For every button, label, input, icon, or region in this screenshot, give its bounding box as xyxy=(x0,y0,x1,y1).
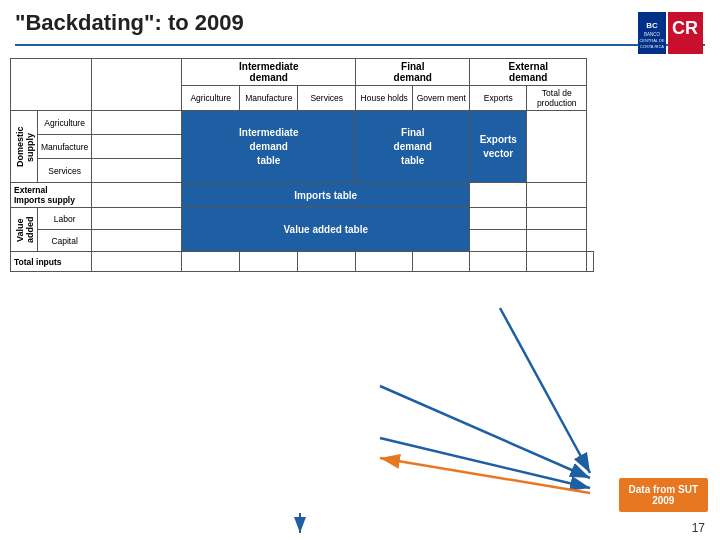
subheader-exports: Exports xyxy=(470,86,527,111)
row-group-domestic: Domesticsupply xyxy=(11,111,38,183)
subheader-total-de: Total de production xyxy=(527,86,587,111)
row-label-capital: Capital xyxy=(38,230,92,252)
svg-text:COSTA RICA: COSTA RICA xyxy=(640,44,664,49)
exports-vector: Exportsvector xyxy=(470,111,527,183)
subheader-govern: Govern ment xyxy=(413,86,470,111)
logo: BC BANCO CENTRAL DE COSTA RICA CR xyxy=(635,10,705,55)
subheader-house: House holds xyxy=(356,86,413,111)
svg-text:CR: CR xyxy=(672,18,698,38)
row-label-manufacture: Manufacture xyxy=(38,135,92,159)
subheader-services: Services xyxy=(298,86,356,111)
header-final: Finaldemand xyxy=(356,59,470,86)
total-de-cell xyxy=(527,111,587,183)
svg-line-10 xyxy=(380,438,590,488)
main-grid: Intermediatedemand Finaldemand Externald… xyxy=(10,58,710,272)
final-demand-table: Finaldemandtable xyxy=(356,111,470,183)
row-total-inputs: Total inputs xyxy=(11,252,92,272)
subheader-manufacture: Manufacture xyxy=(240,86,298,111)
row-label-labor: Labor xyxy=(38,208,92,230)
sut-box: Data from SUT 2009 xyxy=(619,478,708,512)
svg-text:CENTRAL DE: CENTRAL DE xyxy=(639,38,665,43)
row-group-external: ExternalImports supply xyxy=(11,183,92,208)
svg-text:BANCO: BANCO xyxy=(643,32,660,37)
slide-title: "Backdating": to 2009 xyxy=(15,10,705,36)
svg-line-12 xyxy=(500,308,590,473)
svg-line-11 xyxy=(380,458,590,493)
row-label-services: Services xyxy=(38,159,92,183)
svg-text:BC: BC xyxy=(646,21,658,30)
row-label-agriculture: Agriculture xyxy=(38,111,92,135)
intermediate-demand-table: Intermediatedemandtable xyxy=(182,111,356,183)
title-divider xyxy=(15,44,705,46)
svg-line-9 xyxy=(380,386,590,478)
header-intermediate: Intermediatedemand xyxy=(182,59,356,86)
value-added-table: Value added table xyxy=(182,208,470,252)
header-external: Externaldemand xyxy=(470,59,587,86)
subheader-agriculture: Agriculture xyxy=(182,86,240,111)
page-number: 17 xyxy=(692,521,705,535)
imports-table: Imports table xyxy=(182,183,470,208)
row-group-value-added: Valueadded xyxy=(11,208,38,252)
